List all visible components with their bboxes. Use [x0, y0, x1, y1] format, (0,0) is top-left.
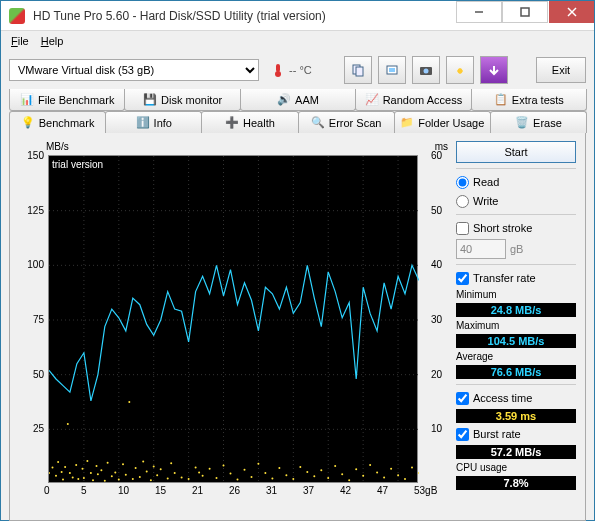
- svg-point-83: [285, 474, 287, 476]
- menu-help[interactable]: Help: [35, 33, 70, 49]
- save-button[interactable]: [480, 56, 508, 84]
- svg-point-93: [355, 468, 357, 470]
- svg-point-28: [52, 467, 54, 469]
- svg-point-95: [369, 464, 371, 466]
- svg-point-94: [362, 475, 364, 477]
- minimize-button[interactable]: [456, 1, 502, 23]
- close-button[interactable]: [548, 1, 594, 23]
- svg-point-5: [275, 71, 281, 77]
- chart-canvas: [49, 156, 419, 484]
- stat-maximum: 104.5 MB/s: [456, 334, 576, 348]
- svg-point-81: [271, 478, 273, 480]
- svg-point-53: [125, 474, 127, 476]
- svg-point-54: [128, 401, 130, 403]
- transfer-rate-checkbox[interactable]: Transfer rate: [456, 270, 576, 286]
- maximize-button[interactable]: [502, 1, 548, 23]
- svg-point-38: [77, 478, 79, 480]
- tab-aam[interactable]: 🔊AAM: [240, 89, 356, 111]
- svg-point-43: [92, 479, 94, 481]
- svg-point-27: [49, 472, 50, 474]
- short-stroke-checkbox[interactable]: Short stroke: [456, 220, 576, 236]
- svg-point-84: [292, 478, 294, 480]
- tab-erase[interactable]: 🗑️Erase: [490, 111, 587, 133]
- drive-select[interactable]: VMware Virtual disk (53 gB): [9, 59, 259, 81]
- svg-point-41: [86, 460, 88, 462]
- svg-point-69: [195, 467, 197, 469]
- svg-point-70: [198, 472, 200, 474]
- tab-error-scan[interactable]: 🔍Error Scan: [298, 111, 395, 133]
- benchmark-chart: MB/s ms trial version 150125100755025 60…: [18, 141, 448, 511]
- svg-point-46: [100, 469, 102, 471]
- start-button[interactable]: Start: [456, 141, 576, 163]
- svg-point-74: [223, 464, 225, 466]
- svg-point-50: [114, 472, 116, 474]
- tab-disk-monitor[interactable]: 💾Disk monitor: [124, 89, 240, 111]
- svg-point-96: [376, 472, 378, 474]
- svg-point-47: [104, 480, 106, 482]
- tab-info[interactable]: ℹ️Info: [105, 111, 202, 133]
- svg-point-63: [160, 468, 162, 470]
- svg-point-66: [174, 472, 176, 474]
- tab-random-access[interactable]: 📈Random Access: [355, 89, 471, 111]
- svg-point-99: [397, 474, 399, 476]
- svg-point-92: [348, 479, 350, 481]
- svg-point-39: [82, 468, 84, 470]
- copy-info-button[interactable]: [344, 56, 372, 84]
- tab-benchmark[interactable]: 💡Benchmark: [9, 111, 106, 133]
- svg-point-11: [423, 69, 428, 74]
- svg-point-36: [72, 476, 74, 478]
- svg-rect-1: [521, 8, 529, 16]
- svg-point-29: [55, 475, 57, 477]
- svg-point-82: [278, 467, 280, 469]
- svg-point-88: [320, 469, 322, 471]
- menu-file[interactable]: File: [5, 33, 35, 49]
- temperature: -- °C: [271, 63, 312, 77]
- svg-rect-4: [276, 64, 280, 72]
- svg-point-31: [61, 471, 63, 473]
- svg-point-97: [383, 476, 385, 478]
- svg-point-60: [150, 479, 152, 481]
- access-time-checkbox[interactable]: Access time: [456, 390, 576, 406]
- svg-point-76: [237, 479, 239, 481]
- svg-point-67: [181, 476, 183, 478]
- svg-rect-9: [389, 68, 395, 72]
- svg-point-91: [341, 473, 343, 475]
- copy-screenshot-button[interactable]: [378, 56, 406, 84]
- svg-point-37: [75, 464, 77, 466]
- window-title: HD Tune Pro 5.60 - Hard Disk/SSD Utility…: [33, 9, 456, 23]
- tab-icon: ℹ️: [136, 116, 150, 130]
- tab-folder-usage[interactable]: 📁Folder Usage: [394, 111, 491, 133]
- svg-point-75: [230, 473, 232, 475]
- options-button[interactable]: [446, 56, 474, 84]
- svg-point-72: [209, 468, 211, 470]
- svg-point-61: [153, 466, 155, 468]
- app-icon: [9, 8, 25, 24]
- exit-button[interactable]: Exit: [536, 57, 586, 83]
- svg-point-49: [111, 475, 113, 477]
- svg-point-68: [188, 478, 190, 480]
- svg-point-73: [216, 477, 218, 479]
- tab-file-benchmark[interactable]: 📊File Benchmark: [9, 89, 125, 111]
- tab-health[interactable]: ➕Health: [201, 111, 298, 133]
- svg-point-33: [64, 466, 66, 468]
- svg-point-59: [146, 470, 148, 472]
- svg-point-42: [90, 472, 92, 474]
- svg-point-98: [390, 468, 392, 470]
- svg-point-56: [135, 467, 137, 469]
- svg-point-79: [257, 463, 259, 465]
- tab-extra-tests[interactable]: 📋Extra tests: [471, 89, 587, 111]
- tab-icon: 💾: [143, 93, 157, 107]
- read-radio[interactable]: Read: [456, 174, 576, 190]
- svg-point-32: [62, 479, 64, 481]
- short-stroke-input[interactable]: [456, 239, 506, 259]
- screenshot-button[interactable]: [412, 56, 440, 84]
- svg-point-30: [57, 461, 59, 463]
- burst-rate-checkbox[interactable]: Burst rate: [456, 426, 576, 442]
- svg-point-87: [313, 475, 315, 477]
- svg-point-86: [306, 471, 308, 473]
- svg-point-102: [418, 472, 419, 474]
- write-radio[interactable]: Write: [456, 193, 576, 209]
- tab-icon: 📈: [365, 93, 379, 107]
- stat-average: 76.6 MB/s: [456, 365, 576, 379]
- svg-point-40: [83, 477, 85, 479]
